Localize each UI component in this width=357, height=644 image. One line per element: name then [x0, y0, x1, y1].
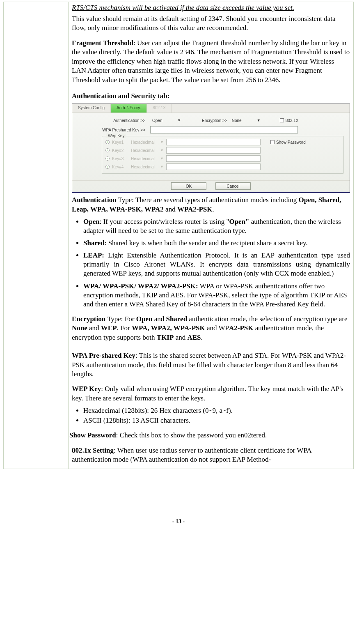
ok-button[interactable]: OK [171, 182, 206, 190]
list-item: Hexadecimal (128bits): 26 Hex characters… [83, 406, 350, 415]
auth-type-lead-bold: Authentication [72, 196, 117, 204]
tab-auth-encry[interactable]: Auth. \ Encry. [111, 104, 147, 113]
list-item: Open: If your access point/wireless rout… [83, 217, 350, 235]
wep-key2-format-dropdown[interactable]: Hexadecimal▼ [131, 148, 164, 153]
auth-security-panel: System Config Auth. \ Encry. 802.1X Auth… [72, 104, 350, 193]
wep-key-legend: Wep Key [106, 133, 126, 138]
auth-type-list: Open: If your access point/wireless rout… [72, 217, 350, 309]
checkbox-icon [280, 118, 284, 122]
wep-key2-label: Key#2 [112, 148, 128, 153]
wpa-psk-label: WPA Preshared Key >> [78, 128, 148, 132]
encryption-dropdown[interactable]: None ▼ [230, 117, 263, 124]
show-password-label: Show Password [276, 140, 306, 145]
content-table: RTS/CTS mechanism will be activated if t… [3, 2, 354, 469]
list-item: LEAP: Light Extensible Authentication Pr… [83, 251, 350, 278]
authentication-dropdown[interactable]: Open ▼ [150, 117, 183, 124]
page-number: - 13 - [3, 518, 354, 525]
rts-note: RTS/CTS mechanism will be activated if t… [72, 4, 350, 12]
tab-8021x[interactable]: 802.1X [147, 104, 172, 113]
auth-type-last-bold: WPA2-PSK [177, 205, 213, 213]
chevron-down-icon: ▼ [177, 118, 181, 122]
auth-security-heading: Authentication and Security tab: [72, 92, 350, 100]
chevron-down-icon: ▼ [160, 140, 164, 144]
8021x-checkbox[interactable]: 802.1X [280, 118, 299, 123]
wep-key1-format-dropdown[interactable]: Hexadecimal▼ [131, 140, 164, 145]
checkbox-icon [270, 140, 275, 144]
wep-key3-format-dropdown[interactable]: Hexadecimal▼ [131, 156, 164, 161]
wep-key1-label: Key#1 [112, 140, 128, 145]
encryption-value: None [232, 118, 242, 123]
authentication-value: Open [152, 118, 162, 123]
wep-key3-input[interactable] [166, 155, 261, 162]
wep-key4-format-dropdown[interactable]: Hexadecimal▼ [131, 165, 164, 169]
auth-type-lead-rest: Type: There are several types of authent… [117, 196, 299, 204]
authentication-label: Authentication >> [78, 118, 148, 123]
tab-system-config[interactable]: System Config [72, 104, 111, 113]
show-password-checkbox[interactable]: Show Password [270, 140, 306, 145]
wep-key-paragraph: WEP Key: Only valid when using WEP encry… [72, 384, 350, 403]
wep-key1-radio[interactable] [105, 140, 110, 144]
auth-type-and: and [164, 205, 177, 213]
wep-format-list: Hexadecimal (128bits): 26 Hex characters… [72, 406, 350, 425]
encryption-label: Encryption >> [202, 118, 227, 123]
auth-type-intro: Authentication Type: There are several t… [72, 196, 350, 214]
wpa-psk-paragraph: WPA Pre-shared Key: This is the shared s… [72, 351, 350, 379]
wep-key4-radio[interactable] [105, 165, 110, 169]
wep-key3-radio[interactable] [105, 156, 110, 161]
rts-default-paragraph: This value should remain at its default … [72, 14, 350, 33]
list-item: Shared: Shared key is when both the send… [83, 239, 350, 248]
fragment-threshold-label: Fragment Threshold [72, 39, 133, 47]
list-item: WPA/ WPA-PSK/ WPA2/ WPA2-PSK: WPA or WPA… [83, 282, 350, 309]
encryption-type-paragraph: Encryption Type: For Open and Shared aut… [72, 315, 350, 342]
main-content-cell: RTS/CTS mechanism will be activated if t… [69, 2, 354, 469]
wep-key1-input[interactable] [166, 139, 261, 145]
show-password-paragraph: Show Password: Check this box to show th… [69, 431, 350, 440]
wep-key3-label: Key#3 [112, 156, 128, 161]
8021x-setting-paragraph: 802.1x Setting: When user use radius ser… [72, 446, 350, 465]
fragment-threshold-paragraph: Fragment Threshold: User can adjust the … [72, 39, 350, 85]
chevron-down-icon: ▼ [257, 118, 261, 122]
list-item: ASCII (128bits): 13 ASCII characters. [83, 416, 350, 425]
cancel-button[interactable]: Cancel [215, 182, 251, 190]
wep-key4-input[interactable] [166, 163, 261, 170]
chevron-down-icon: ▼ [160, 148, 164, 152]
chevron-down-icon: ▼ [160, 165, 164, 169]
wep-key2-input[interactable] [166, 147, 261, 154]
wep-key4-label: Key#4 [112, 165, 128, 169]
8021x-checkbox-label: 802.1X [286, 118, 299, 123]
wep-key2-radio[interactable] [105, 148, 110, 152]
wpa-psk-input[interactable] [150, 126, 298, 133]
wep-key-group: Wep Key Key#1 Hexadecimal▼ Show Password [102, 136, 344, 174]
chevron-down-icon: ▼ [160, 156, 164, 161]
tab-bar: System Config Auth. \ Encry. 802.1X [72, 104, 350, 113]
left-empty-cell [4, 2, 69, 469]
